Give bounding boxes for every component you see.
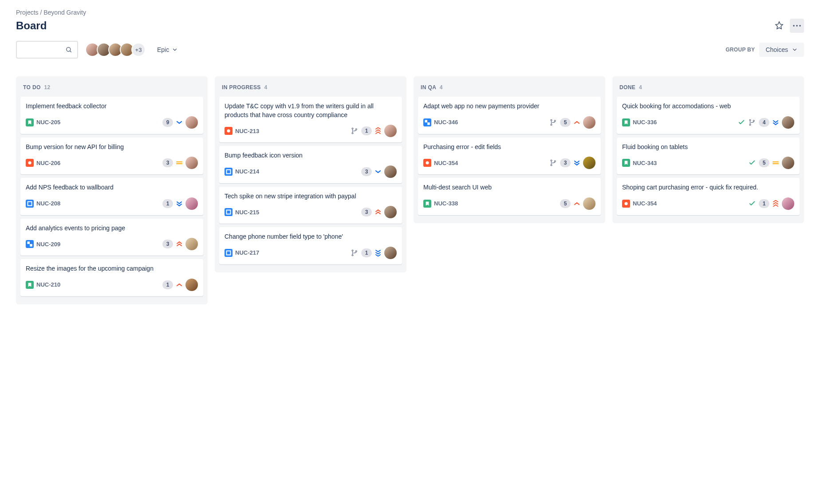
priority-lowest3-icon [375, 249, 382, 256]
issue-key: NUC-217 [235, 249, 259, 256]
assignee-avatar[interactable] [185, 279, 198, 291]
story-points-badge: 1 [162, 280, 173, 289]
more-button[interactable] [790, 19, 804, 33]
breadcrumb: Projects / Beyond Gravity [16, 9, 804, 16]
epic-filter[interactable]: Epic [153, 43, 182, 56]
issue-card[interactable]: Bump feedback icon versionNUC-2143 [219, 146, 402, 183]
assignee-avatar[interactable] [583, 157, 595, 169]
assignee-avatar[interactable] [583, 197, 595, 210]
column-title: TO DO [23, 84, 41, 91]
branch-icon [748, 118, 756, 126]
issue-card[interactable]: Update T&C copy with v1.9 from the write… [219, 97, 402, 142]
issue-key: NUC-336 [633, 119, 657, 126]
issue-card[interactable]: Implement feedback collectorNUC-2059 [20, 97, 203, 134]
breadcrumb-project[interactable]: Beyond Gravity [43, 9, 86, 16]
bug-issue-type-icon [26, 159, 34, 167]
branch-icon [549, 159, 557, 167]
column-title: IN PROGRESS [222, 84, 261, 91]
epic-label: Epic [157, 46, 169, 53]
issue-key: NUC-214 [235, 168, 259, 175]
story-issue-type-icon [26, 118, 34, 126]
assignee-avatar[interactable] [185, 157, 198, 169]
column-header: TO DO 12 [20, 81, 203, 97]
assignee-avatar[interactable] [384, 125, 397, 137]
issue-card[interactable]: Tech spike on new stripe integration wit… [219, 187, 402, 224]
avatar-overflow[interactable]: +3 [131, 43, 146, 57]
star-button[interactable] [772, 19, 786, 33]
issue-key: NUC-354 [434, 160, 458, 166]
card-title: Tech spike on new stripe integration wit… [225, 192, 397, 201]
story-issue-type-icon [622, 118, 630, 126]
story-issue-type-icon [622, 159, 630, 167]
card-title: Fluid booking on tablets [622, 143, 794, 152]
assignee-avatar[interactable] [384, 247, 397, 259]
column: DONE 4Quick booking for accomodations - … [612, 76, 804, 223]
issue-card[interactable]: Bump version for new API for billingNUC-… [20, 138, 203, 175]
bug-issue-type-icon [423, 159, 431, 167]
bug-issue-type-icon [622, 200, 630, 208]
assignee-avatar[interactable] [583, 116, 595, 129]
priority-medium-icon [772, 159, 779, 166]
assignee-avatar[interactable] [782, 116, 794, 129]
issue-card[interactable]: Add analytics events to pricing pageNUC-… [20, 219, 203, 256]
column-title: DONE [619, 84, 635, 91]
breadcrumb-projects[interactable]: Projects [16, 9, 39, 16]
chevron-down-icon [792, 47, 798, 53]
bug-issue-type-icon [225, 127, 233, 135]
story-points-badge: 3 [162, 158, 173, 167]
priority-lowest-icon [573, 159, 580, 166]
column-count: 4 [639, 84, 642, 91]
issue-card[interactable]: Resize the images for the upcoming campa… [20, 259, 203, 296]
column-count: 12 [44, 84, 51, 91]
story-issue-type-icon [26, 281, 34, 289]
assignee-avatar[interactable] [782, 197, 794, 210]
story-points-badge: 3 [361, 167, 372, 176]
assignee-avatar[interactable] [384, 206, 397, 218]
priority-high-single-icon [573, 119, 580, 126]
story-points-badge: 1 [162, 199, 173, 208]
issue-card[interactable]: Multi-dest search UI webNUC-3385 [418, 178, 601, 215]
issue-card[interactable]: Add NPS feedback to wallboardNUC-2081 [20, 178, 203, 215]
issue-card[interactable]: Shoping cart purchasing error - quick fi… [617, 178, 800, 215]
story-points-badge: 4 [759, 118, 769, 127]
issue-key: NUC-209 [36, 241, 60, 248]
issue-card[interactable]: Quick booking for accomodations - webNUC… [617, 97, 800, 134]
story-points-badge: 3 [361, 208, 372, 217]
issue-key: NUC-215 [235, 209, 259, 216]
card-title: Implement feedback collector [26, 102, 198, 111]
task-issue-type-icon [225, 249, 233, 257]
issue-card[interactable]: Purchasing error - edit fieldsNUC-3543 [418, 138, 601, 175]
issue-key: NUC-338 [434, 200, 458, 207]
group-by-select[interactable]: Choices [759, 43, 804, 57]
issue-card[interactable]: Adapt web app no new payments providerNU… [418, 97, 601, 134]
card-title: Bump version for new API for billing [26, 143, 198, 152]
assignee-avatar[interactable] [185, 197, 198, 210]
task-issue-type-icon [225, 168, 233, 176]
issue-key: NUC-213 [235, 128, 259, 134]
priority-lowest-icon [176, 200, 183, 207]
assignee-avatar[interactable] [384, 165, 397, 178]
priority-highest-icon [375, 127, 382, 134]
card-title: Shoping cart purchasing error - quick fi… [622, 183, 794, 192]
issue-key: NUC-346 [434, 119, 458, 126]
assignee-avatar[interactable] [185, 238, 198, 250]
card-title: Add NPS feedback to wallboard [26, 183, 198, 192]
column: IN PROGRESS 4Update T&C copy with v1.9 f… [215, 76, 406, 272]
assignee-avatar[interactable] [782, 157, 794, 169]
issue-key: NUC-205 [36, 119, 60, 126]
assignee-avatar[interactable] [185, 116, 198, 129]
issue-card[interactable]: Change phone number field type to 'phone… [219, 227, 402, 264]
issue-key: NUC-206 [36, 160, 60, 166]
priority-lowest-icon [772, 119, 779, 126]
avatar-stack[interactable]: +3 [85, 43, 146, 57]
card-title: Resize the images for the upcoming campa… [26, 264, 198, 273]
story-points-badge: 5 [560, 199, 571, 208]
search-input[interactable] [16, 41, 78, 59]
card-title: Bump feedback icon version [225, 151, 397, 160]
priority-low-icon [375, 168, 382, 175]
card-title: Multi-dest search UI web [423, 183, 595, 192]
issue-card[interactable]: Fluid booking on tabletsNUC-3435 [617, 138, 800, 175]
group-by-label: GROUP BY [725, 47, 755, 53]
page-title: Board [16, 20, 47, 32]
story-points-badge: 3 [162, 240, 173, 248]
